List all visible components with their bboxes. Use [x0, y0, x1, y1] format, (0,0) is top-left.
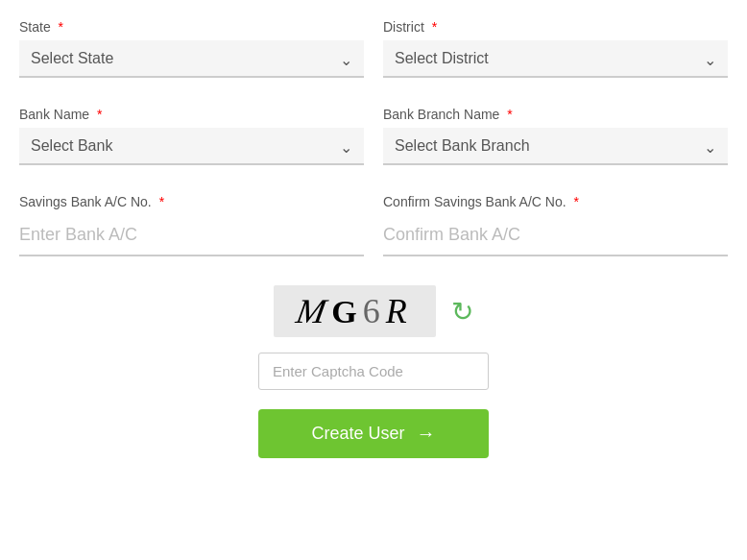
row-bank: Bank Name * Select Bank Bank Branch Name…	[19, 107, 728, 165]
captcha-section: MG6R ↻ Create User →	[19, 285, 728, 458]
refresh-captcha-icon[interactable]: ↻	[451, 296, 473, 328]
bank-branch-select[interactable]: Select Bank Branch	[383, 128, 728, 165]
account-no-input[interactable]	[19, 215, 364, 256]
bank-name-select[interactable]: Select Bank	[19, 128, 364, 165]
account-no-required: *	[159, 194, 164, 209]
create-user-button[interactable]: Create User →	[258, 409, 489, 458]
confirm-account-input[interactable]	[383, 215, 728, 256]
bank-branch-required: *	[507, 107, 512, 122]
row-account: Savings Bank A/C No. * Confirm Savings B…	[19, 194, 728, 256]
district-required: *	[432, 19, 437, 35]
captcha-input[interactable]	[258, 353, 489, 390]
bank-name-label-text: Bank Name	[19, 107, 89, 122]
state-required: *	[59, 19, 63, 35]
district-group: District * Select District	[383, 19, 728, 78]
district-select-wrapper: Select District	[383, 40, 728, 78]
district-select[interactable]: Select District	[383, 40, 728, 78]
state-label: State *	[19, 19, 364, 35]
bank-name-select-wrapper: Select Bank	[19, 128, 364, 165]
account-no-label: Savings Bank A/C No. *	[19, 194, 364, 209]
form-container: State * Select State District * Select D…	[19, 19, 728, 458]
arrow-icon: →	[417, 423, 436, 445]
bank-name-required: *	[97, 107, 102, 122]
state-select-wrapper: Select State	[19, 40, 364, 78]
state-group: State * Select State	[19, 19, 364, 78]
captcha-image: MG6R	[274, 285, 435, 337]
district-label-text: District	[383, 19, 424, 35]
state-select[interactable]: Select State	[19, 40, 364, 78]
account-no-group: Savings Bank A/C No. *	[19, 194, 364, 256]
bank-branch-group: Bank Branch Name * Select Bank Branch	[383, 107, 728, 165]
account-no-label-text: Savings Bank A/C No.	[19, 194, 152, 209]
bank-branch-select-wrapper: Select Bank Branch	[383, 128, 728, 165]
confirm-account-label-text: Confirm Savings Bank A/C No.	[383, 194, 566, 209]
bank-name-label: Bank Name *	[19, 107, 364, 122]
row-state-district: State * Select State District * Select D…	[19, 19, 728, 78]
bank-name-group: Bank Name * Select Bank	[19, 107, 364, 165]
confirm-account-required: *	[574, 194, 579, 209]
captcha-row: MG6R ↻	[274, 285, 472, 337]
bank-branch-label: Bank Branch Name *	[383, 107, 728, 122]
create-user-label: Create User	[311, 424, 404, 444]
confirm-account-label: Confirm Savings Bank A/C No. *	[383, 194, 728, 209]
state-label-text: State	[19, 19, 51, 35]
bank-branch-label-text: Bank Branch Name	[383, 107, 499, 122]
district-label: District *	[383, 19, 728, 35]
confirm-account-group: Confirm Savings Bank A/C No. *	[383, 194, 728, 256]
